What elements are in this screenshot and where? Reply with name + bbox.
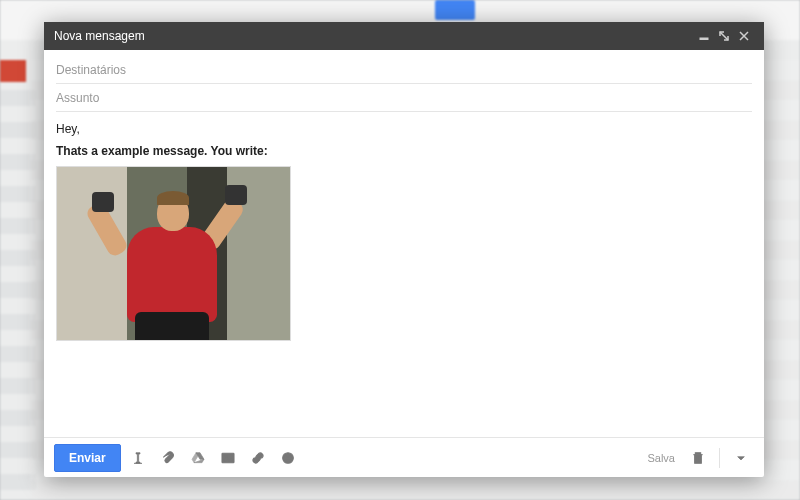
link-icon[interactable] <box>245 444 271 472</box>
send-button[interactable]: Enviar <box>54 444 121 472</box>
compose-window: Nova mensagem Hey, Thats a example messa… <box>44 22 764 477</box>
body-line: Thats a example message. You write: <box>56 144 752 158</box>
attach-icon[interactable] <box>155 444 181 472</box>
subject-input[interactable] <box>56 91 752 105</box>
compose-title: Nova mensagem <box>54 29 145 43</box>
photo-icon[interactable] <box>215 444 241 472</box>
expand-icon[interactable] <box>714 26 734 46</box>
drive-icon[interactable] <box>185 444 211 472</box>
svg-point-3 <box>282 452 293 463</box>
close-icon[interactable] <box>734 26 754 46</box>
header-fields <box>44 50 764 112</box>
recipients-input[interactable] <box>56 63 752 77</box>
compose-titlebar[interactable]: Nova mensagem <box>44 22 764 50</box>
svg-point-4 <box>285 456 286 457</box>
recipients-row[interactable] <box>56 56 752 84</box>
svg-rect-0 <box>700 38 708 40</box>
saved-label: Salva <box>647 452 675 464</box>
minimize-icon[interactable] <box>694 26 714 46</box>
subject-row[interactable] <box>56 84 752 112</box>
compose-toolbar: Enviar Salva <box>44 437 764 477</box>
svg-point-5 <box>289 456 290 457</box>
formatting-icon[interactable] <box>125 444 151 472</box>
more-options-icon[interactable] <box>728 444 754 472</box>
divider <box>719 448 720 468</box>
compose-body[interactable]: Hey, Thats a example message. You write: <box>44 112 764 437</box>
embedded-image[interactable] <box>56 166 291 341</box>
body-line: Hey, <box>56 122 752 136</box>
emoji-icon[interactable] <box>275 444 301 472</box>
trash-icon[interactable] <box>685 444 711 472</box>
